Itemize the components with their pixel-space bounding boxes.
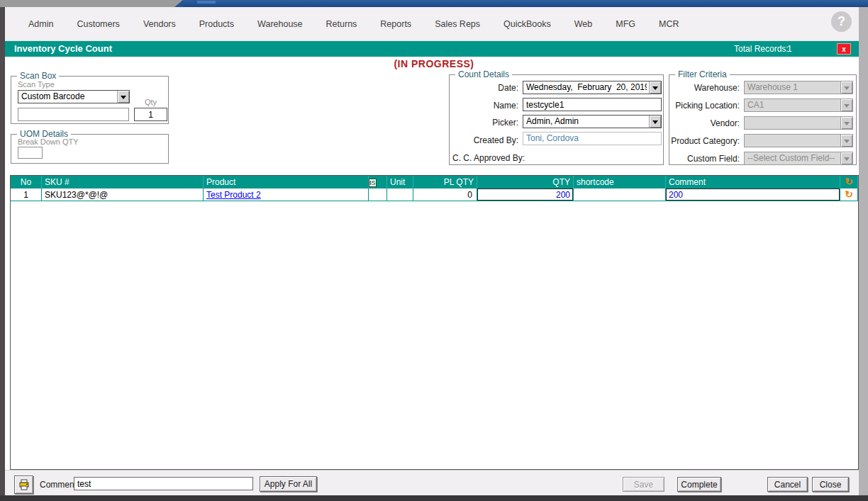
grid-cell-comment: 200	[666, 188, 840, 201]
breakdown-qty-label: Break Down QTY	[18, 137, 79, 146]
close-icon[interactable]: x	[837, 43, 851, 55]
menu-item-reports[interactable]: Reports	[380, 19, 411, 29]
grid-cell-product: Test Product 2	[204, 188, 369, 201]
scan-box-legend: Scan Box	[17, 71, 59, 81]
menu-item-mfg[interactable]: MFG	[616, 19, 635, 29]
product-link[interactable]: Test Product 2	[206, 190, 261, 200]
total-records-value: 1	[787, 44, 792, 54]
grid-header-unit: Unit	[387, 176, 413, 188]
grid-cell-refresh[interactable]: ↻	[840, 188, 858, 201]
uom-details-group: UOM Details Break Down QTY	[11, 134, 169, 164]
grid-header-row: No SKU # Product IS Unit PL QTY QTY shor…	[11, 176, 858, 188]
menu-item-products[interactable]: Products	[199, 19, 234, 29]
status-banner: (IN PROGRESS)	[0, 58, 868, 69]
scan-type-label: Scan Type	[18, 80, 55, 89]
menu-item-mcr[interactable]: MCR	[659, 19, 679, 29]
print-button[interactable]	[14, 475, 33, 494]
vendor-select	[744, 116, 853, 130]
scan-qty-input[interactable]	[134, 108, 167, 121]
grid-header-no: No	[11, 176, 42, 188]
window-left-border	[0, 7, 5, 495]
vendor-label: Vendor:	[669, 118, 740, 128]
chevron-down-icon[interactable]	[649, 81, 661, 94]
cycle-name-input[interactable]	[523, 98, 662, 111]
page-title: Inventory Cycle Count	[14, 43, 112, 54]
grid-header-shortcode: shortcode	[574, 176, 666, 188]
complete-button[interactable]: Complete	[677, 477, 721, 492]
picker-select[interactable]: Admin, Admin	[523, 115, 662, 128]
chevron-down-icon	[840, 99, 852, 111]
chevron-down-icon[interactable]	[117, 91, 129, 103]
total-records-label: Total Records:	[734, 44, 789, 54]
refresh-icon[interactable]: ↻	[840, 176, 857, 186]
picking-location-value: CA1	[747, 100, 838, 110]
menu-item-customers[interactable]: Customers	[77, 19, 119, 29]
date-select[interactable]: Wednesday, February 20, 2019	[523, 81, 662, 94]
menu-item-sales-reps[interactable]: Sales Reps	[435, 19, 480, 29]
chevron-down-icon	[840, 81, 852, 94]
count-details-group: Count Details Date: Wednesday, February …	[449, 74, 664, 165]
grid-cell-is	[369, 188, 387, 201]
grid-header-is: IS	[369, 176, 387, 188]
menu-item-vendors[interactable]: Vendors	[143, 19, 176, 29]
grid-cell-sku: SKU123@*@!@	[42, 188, 204, 201]
apply-for-all-button[interactable]: Apply For All	[260, 476, 317, 492]
comment-input[interactable]	[74, 477, 253, 490]
product-category-label: Product Category:	[669, 136, 740, 146]
product-category-select	[744, 134, 853, 147]
name-label: Name:	[450, 101, 518, 111]
menu-item-web[interactable]: Web	[574, 19, 592, 29]
qty-cell-input[interactable]: 200	[477, 188, 573, 201]
help-icon[interactable]: ?	[831, 11, 852, 32]
warehouse-label: Warehouse:	[669, 83, 740, 93]
scan-box-group: Scan Box Scan Type Custom Barcode Qty	[11, 76, 169, 124]
menu-item-quickbooks[interactable]: QuickBooks	[503, 19, 551, 29]
window-right-border	[859, 7, 868, 495]
filter-criteria-legend: Filter Criteria	[675, 69, 730, 79]
grid-header-comment: Comment	[666, 176, 840, 188]
grid-cell-qty: 200	[477, 188, 574, 201]
custom-field-value: --Select Custom Field--	[747, 153, 838, 163]
grid-header-sku: SKU #	[42, 176, 204, 188]
scan-type-select[interactable]: Custom Barcode	[18, 90, 130, 103]
close-button[interactable]: Close	[812, 477, 849, 492]
menu-item-warehouse[interactable]: Warehouse	[257, 19, 302, 29]
date-value: Wednesday, February 20, 2019	[526, 82, 647, 92]
grid-cell-no: 1	[11, 188, 42, 201]
created-by-label: Created By:	[450, 135, 518, 145]
refresh-icon[interactable]: ↻	[840, 189, 857, 199]
printer-icon	[18, 479, 30, 490]
background-tab-highlight	[197, 1, 216, 4]
picking-location-label: Picking Location:	[669, 101, 740, 111]
grid-cell-shortcode	[574, 188, 666, 201]
cancel-button[interactable]: Cancel	[767, 477, 808, 492]
filter-criteria-group: Filter Criteria Warehouse: Warehouse 1 P…	[669, 74, 857, 165]
grid-cell-pl-qty: 0	[413, 188, 477, 201]
grid-header-qty: QTY	[477, 176, 574, 188]
table-row: 1 SKU123@*@!@ Test Product 2 0 200 200 ↻	[11, 188, 858, 201]
save-button: Save	[623, 477, 664, 492]
menu-item-admin[interactable]: Admin	[28, 19, 53, 29]
main-menubar: Admin Customers Vendors Products Warehou…	[5, 7, 859, 41]
breakdown-qty-input[interactable]	[18, 147, 43, 159]
created-by-value: Toni, Cordova	[523, 132, 662, 145]
footer-bar: Comment: Apply For All Save Complete Can…	[5, 470, 859, 495]
picker-label: Picker:	[450, 118, 518, 128]
warehouse-select: Warehouse 1	[744, 81, 853, 94]
chevron-down-icon	[840, 135, 852, 147]
window-bottom-border	[0, 495, 868, 501]
chevron-down-icon	[840, 152, 852, 164]
scan-barcode-input[interactable]	[18, 108, 129, 121]
picking-location-select: CA1	[744, 98, 853, 112]
grid-header-pl-qty: PL QTY	[413, 176, 477, 188]
scan-qty-label: Qty	[145, 98, 157, 106]
cycle-count-grid: No SKU # Product IS Unit PL QTY QTY shor…	[10, 175, 859, 470]
form-titlebar: Inventory Cycle Count Total Records: 1 x	[5, 41, 859, 57]
menu-item-returns[interactable]: Returns	[326, 19, 357, 29]
custom-field-select: --Select Custom Field--	[744, 152, 853, 165]
comment-cell-input[interactable]: 200	[666, 188, 840, 201]
grid-cell-unit	[387, 188, 413, 201]
chevron-down-icon[interactable]	[649, 116, 661, 128]
grid-header-refresh[interactable]: ↻	[840, 176, 858, 188]
custom-field-label: Custom Field:	[669, 154, 740, 164]
